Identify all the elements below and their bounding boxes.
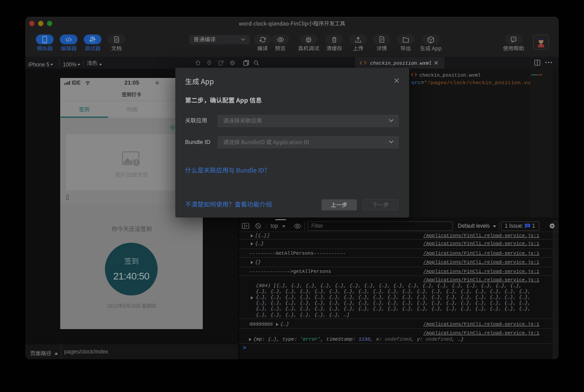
svg-text:?: ? bbox=[513, 37, 514, 41]
